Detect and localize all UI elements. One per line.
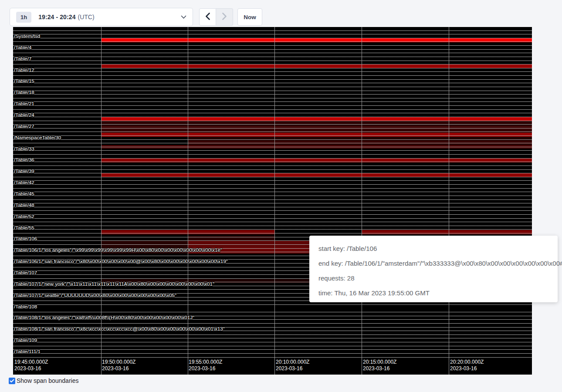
row-label: /Table/108/1/"los angeles"/"\xa8\xf5\u00…	[14, 314, 194, 321]
tick-time: 19:55:00.000Z	[189, 359, 222, 365]
row-label: /Table/55	[14, 225, 34, 231]
row-label: /System/tsd	[14, 33, 40, 39]
time-gridline	[188, 27, 188, 375]
row-label: /Table/18	[14, 89, 34, 95]
row-label: /Table/106	[14, 236, 37, 242]
time-axis-tick: 19:55:00.000Z2023-03-16	[189, 359, 222, 372]
row-label: /Table/36	[14, 157, 34, 163]
heatmap-band	[101, 129, 532, 133]
row-label: /Table/52	[14, 213, 34, 220]
row-label: /Table/48	[14, 202, 34, 208]
heatmap-band	[188, 141, 532, 145]
tooltip-end-key: end key: /Table/106/1/"amsterdam"/"\xb33…	[318, 256, 558, 271]
row-label: /NamespaceTable/30	[14, 135, 61, 141]
row-label: /Table/15	[14, 78, 34, 84]
row-label: /Table/111/1	[14, 348, 41, 355]
row-label: /Table/42	[14, 179, 34, 186]
tick-time: 20:15:00.000Z	[363, 359, 396, 365]
show-span-boundaries-control[interactable]: Show span boundaries	[9, 377, 78, 384]
tick-date: 2023-03-16	[14, 365, 48, 372]
now-button[interactable]: Now	[237, 8, 262, 26]
previous-time-button[interactable]	[199, 8, 216, 26]
chevron-right-icon	[222, 13, 227, 22]
time-range-selector[interactable]: 1h 19:24 - 20:24 (UTC)	[10, 8, 193, 26]
row-label: /Table/107/1/"seattle"/"UUUUUUD\x00\x80\…	[14, 292, 176, 298]
heatmap-band	[101, 125, 532, 129]
check-icon	[10, 377, 14, 385]
time-axis-tick: 20:20:00.000Z2023-03-16	[450, 359, 484, 372]
row-label: /Table/39	[14, 168, 34, 174]
heatmap-band	[101, 173, 532, 177]
heatmap-band	[101, 38, 532, 42]
row-label: /Table/33	[14, 146, 34, 152]
tick-time: 19:50:00.000Z	[102, 359, 135, 365]
time-axis-tick: 20:15:00.000Z2023-03-16	[363, 359, 396, 372]
row-label: /Table/109	[14, 337, 37, 343]
row-label: /Table/7	[14, 56, 31, 62]
row-label: /Table/107	[14, 270, 37, 276]
heatmap-band	[362, 230, 532, 234]
heatmap-band	[188, 236, 275, 241]
tick-date: 2023-03-16	[450, 365, 484, 372]
tick-date: 2023-03-16	[102, 365, 135, 372]
heatmap-band	[101, 64, 532, 68]
heatmap-band	[101, 158, 532, 162]
tooltip-time: time: Thu, 16 Mar 2023 19:55:00 GMT	[318, 286, 558, 301]
row-label: /Table/106/1/"san francisco"/"\x80\x00\x…	[14, 258, 228, 264]
heatmap-band	[101, 121, 532, 125]
heatmap-band	[188, 137, 532, 141]
time-gridline	[449, 27, 449, 375]
tick-date: 2023-03-16	[276, 365, 309, 372]
tick-date: 2023-03-16	[363, 365, 396, 372]
time-axis-tick: 19:45:00.000Z2023-03-16	[14, 359, 48, 372]
time-nav-group	[199, 8, 233, 26]
timezone-text: (UTC)	[78, 14, 95, 20]
row-label: /Table/21	[14, 101, 34, 107]
span-boundaries-checkbox[interactable]	[9, 378, 15, 384]
heatmap-band	[101, 145, 532, 149]
span-boundaries-label: Show span boundaries	[17, 377, 78, 384]
tick-time: 20:20:00.000Z	[450, 359, 484, 365]
tick-time: 19:45:00.000Z	[14, 359, 48, 365]
key-visualizer-canvas[interactable]: /System/tsd/Table/4/Table/7/Table/12/Tab…	[13, 27, 532, 375]
heatmap-band	[101, 133, 532, 137]
tooltip-requests: requests: 28	[318, 271, 558, 286]
chevron-left-icon	[205, 13, 210, 22]
tooltip-start-key: start key: /Table/106	[318, 241, 558, 256]
row-label: /Table/45	[14, 191, 34, 197]
row-label: /Table/24	[14, 112, 34, 118]
chevron-down-icon	[181, 15, 186, 19]
tick-time: 20:10:00.000Z	[276, 359, 309, 365]
duration-badge: 1h	[16, 12, 31, 23]
row-label: /Table/27	[14, 123, 34, 129]
row-label: /Table/12	[14, 67, 34, 73]
span-boundary-lines	[13, 27, 532, 359]
time-axis-tick: 20:10:00.000Z2023-03-16	[276, 359, 309, 372]
heatmap-band	[101, 117, 532, 121]
time-axis-tick: 19:50:00.000Z2023-03-16	[102, 359, 135, 372]
next-time-button[interactable]	[216, 8, 233, 26]
sample-tooltip: start key: /Table/106 end key: /Table/10…	[309, 236, 558, 302]
time-gridline	[274, 27, 275, 375]
time-range-text: 19:24 - 20:24	[38, 14, 75, 20]
row-label: /Table/108/1/"san francisco"/"\x8c\xcc\x…	[14, 326, 225, 332]
heatmap-band	[101, 230, 275, 234]
toolbar: 1h 19:24 - 20:24 (UTC) Now	[0, 0, 562, 27]
time-gridline	[362, 27, 362, 375]
row-label: /Table/108	[14, 304, 37, 310]
heatmap-band	[101, 241, 188, 253]
tick-date: 2023-03-16	[189, 365, 222, 372]
time-gridline	[101, 27, 102, 375]
row-label: /Table/4	[14, 44, 31, 51]
